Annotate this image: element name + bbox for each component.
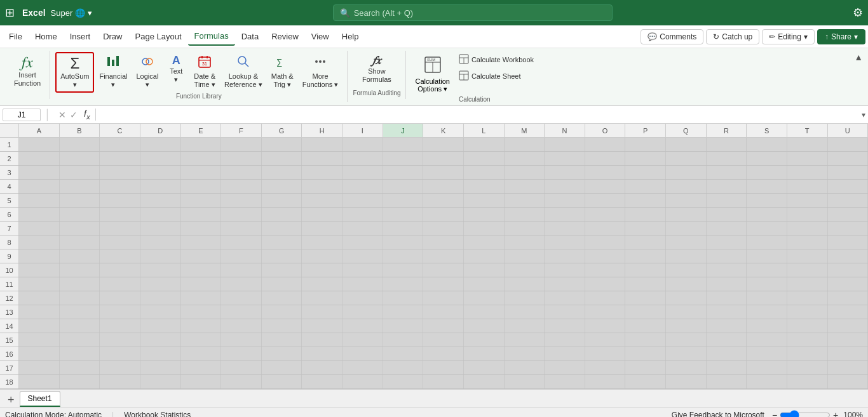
grid-cell[interactable] (828, 138, 869, 151)
grid-cell[interactable] (545, 361, 585, 374)
grid-cell[interactable] (625, 333, 666, 347)
file-dropdown-icon[interactable]: ▾ (88, 8, 92, 18)
grid-cell[interactable] (60, 375, 100, 388)
calculate-sheet-button[interactable]: Calculate Sheet (455, 69, 538, 84)
grid-cell[interactable] (505, 166, 545, 179)
autosum-button[interactable]: Σ AutoSum▾ (55, 52, 94, 93)
grid-cell[interactable] (464, 138, 505, 151)
col-header-b[interactable]: B (60, 124, 100, 137)
menu-insert[interactable]: Insert (64, 28, 97, 45)
grid-cell[interactable] (828, 249, 869, 263)
grid-cell[interactable] (423, 166, 464, 179)
grid-cell[interactable] (181, 166, 222, 179)
grid-cell[interactable] (181, 235, 222, 249)
col-header-n[interactable]: N (545, 124, 585, 137)
grid-cell[interactable] (221, 263, 262, 277)
col-header-l[interactable]: L (464, 124, 505, 137)
grid-cell[interactable] (100, 263, 140, 277)
grid-cell[interactable] (302, 375, 342, 388)
grid-cell[interactable] (302, 319, 342, 333)
grid-cell[interactable] (545, 180, 585, 193)
grid-cell[interactable] (545, 166, 585, 179)
grid-cell[interactable] (747, 180, 787, 193)
grid-cell[interactable] (383, 138, 424, 151)
grid-cell[interactable] (747, 263, 787, 277)
grid-cell[interactable] (464, 333, 505, 347)
grid-cell[interactable] (342, 180, 383, 193)
grid-cell[interactable] (707, 208, 747, 221)
grid-cell[interactable] (585, 361, 626, 374)
grid-cell[interactable] (787, 180, 828, 193)
grid-cell[interactable] (666, 305, 707, 319)
grid-cell[interactable] (828, 361, 869, 374)
grid-cell[interactable] (464, 235, 505, 249)
grid-cell[interactable] (787, 305, 828, 319)
grid-cell[interactable] (19, 347, 60, 361)
grid-cell[interactable] (625, 138, 666, 151)
grid-cell[interactable] (545, 375, 585, 388)
grid-cell[interactable] (747, 319, 787, 333)
grid-cell[interactable] (19, 333, 60, 347)
grid-cell[interactable] (140, 347, 181, 361)
grid-cell[interactable] (140, 249, 181, 263)
grid-cell[interactable] (19, 361, 60, 374)
grid-cell[interactable] (181, 208, 222, 221)
app-grid-icon[interactable]: ⊞ (5, 6, 15, 20)
grid-cell[interactable] (140, 291, 181, 305)
grid-cell[interactable] (383, 263, 424, 277)
grid-cell[interactable] (464, 305, 505, 319)
grid-cell[interactable] (666, 249, 707, 263)
grid-cell[interactable] (19, 235, 60, 249)
grid-cell[interactable] (423, 375, 464, 388)
grid-cell[interactable] (747, 222, 787, 235)
grid-cell[interactable] (707, 222, 747, 235)
grid-cell[interactable] (666, 375, 707, 388)
grid-cell[interactable] (707, 347, 747, 361)
grid-cell[interactable] (181, 277, 222, 291)
grid-cell[interactable] (545, 305, 585, 319)
grid-cell[interactable] (100, 166, 140, 179)
grid-cell[interactable] (383, 319, 424, 333)
grid-cell[interactable] (545, 291, 585, 305)
grid-cell[interactable] (423, 222, 464, 235)
grid-cell[interactable] (181, 194, 222, 207)
grid-cell[interactable] (545, 138, 585, 151)
grid-cell[interactable] (383, 249, 424, 263)
grid-cell[interactable] (545, 222, 585, 235)
grid-cell[interactable] (302, 194, 342, 207)
menu-data[interactable]: Data (235, 28, 265, 45)
grid-cell[interactable] (140, 263, 181, 277)
add-sheet-icon[interactable]: + (3, 394, 20, 407)
menu-view[interactable]: View (305, 28, 336, 45)
grid-cell[interactable] (60, 152, 100, 165)
grid-cell[interactable] (625, 277, 666, 291)
grid-cell[interactable] (181, 249, 222, 263)
col-header-k[interactable]: K (423, 124, 464, 137)
grid-cell[interactable] (505, 152, 545, 165)
grid-cell[interactable] (221, 291, 262, 305)
grid-cell[interactable] (828, 291, 869, 305)
date-time-button[interactable]: 31 Date &Time ▾ (190, 52, 219, 91)
grid-cell[interactable] (423, 361, 464, 374)
grid-cell[interactable] (302, 138, 342, 151)
grid-cell[interactable] (787, 263, 828, 277)
grid-cell[interactable] (60, 333, 100, 347)
grid-cell[interactable] (181, 291, 222, 305)
grid-cell[interactable] (787, 166, 828, 179)
grid-cell[interactable] (342, 305, 383, 319)
grid-cell[interactable] (100, 277, 140, 291)
grid-cell[interactable] (787, 361, 828, 374)
grid-cell[interactable] (60, 249, 100, 263)
zoom-out-button[interactable]: − (772, 410, 777, 418)
logical-button[interactable]: Logical▾ (132, 52, 162, 91)
grid-cell[interactable] (666, 138, 707, 151)
grid-cell[interactable] (666, 319, 707, 333)
grid-cell[interactable] (828, 305, 869, 319)
comments-button[interactable]: 💬 Comments (641, 29, 703, 44)
grid-cell[interactable] (140, 138, 181, 151)
grid-cell[interactable] (747, 277, 787, 291)
grid-cell[interactable] (828, 222, 869, 235)
grid-cell[interactable] (787, 347, 828, 361)
grid-cell[interactable] (423, 291, 464, 305)
grid-cell[interactable] (423, 277, 464, 291)
